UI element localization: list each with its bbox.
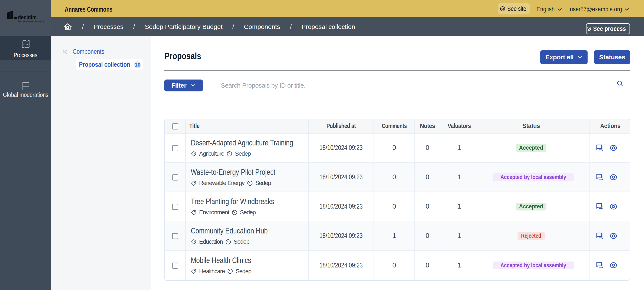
svg-text:free open-source democracy: free open-source democracy [18,20,44,22]
svg-text:decidim: decidim [18,14,37,21]
